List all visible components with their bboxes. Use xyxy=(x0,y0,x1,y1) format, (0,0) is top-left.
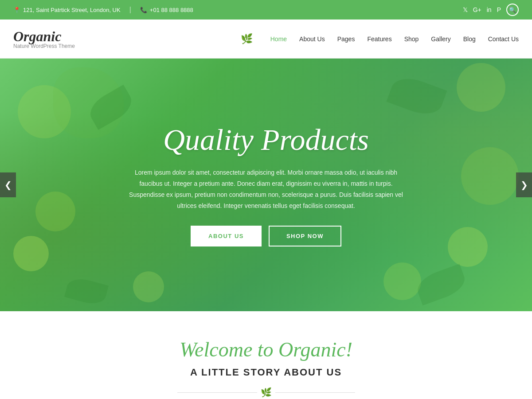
nav-area: 🌿 Home About Us Pages Features Shop Gall… xyxy=(241,33,519,45)
nav-shop[interactable]: Shop xyxy=(404,35,419,43)
phone-icon: 📞 xyxy=(140,7,147,13)
welcome-script-title: Welcome to Organic! xyxy=(13,338,519,361)
hero-content: Quality Products Lorem ipsum dolor sit a… xyxy=(111,123,421,247)
hero-title: Quality Products xyxy=(129,123,403,156)
chevron-right-icon: ❯ xyxy=(520,180,528,190)
welcome-section: Welcome to Organic! A LITTLE STORY ABOUT… xyxy=(0,311,532,399)
nav-home[interactable]: Home xyxy=(270,35,287,43)
divider-line-right xyxy=(275,392,355,393)
divider-leaf-icon: 🌿 xyxy=(261,387,272,398)
linkedin-icon[interactable]: in xyxy=(487,6,492,13)
location-icon: 📍 xyxy=(13,7,20,13)
hero-body-text: Lorem ipsum dolor sit amet, consectetur … xyxy=(129,167,403,212)
top-bar: 📍 121, Saint Patrtick Street, London, UK… xyxy=(0,0,532,20)
pinterest-icon[interactable]: P xyxy=(497,6,501,13)
chevron-left-icon: ❮ xyxy=(4,180,12,190)
divider-line-left xyxy=(177,392,257,393)
hero-slider: ❮ Quality Products Lorem ipsum dolor sit… xyxy=(0,59,532,311)
welcome-subtitle: A LITTLE STORY ABOUT US xyxy=(13,367,519,378)
nav-contact[interactable]: Contact Us xyxy=(488,35,519,43)
address-info: 📍 121, Saint Patrtick Street, London, UK xyxy=(13,7,121,13)
phone-info: 📞 +01 88 888 8888 xyxy=(140,7,193,13)
header: Organic Nature WordPress Theme 🌿 Home Ab… xyxy=(0,20,532,59)
phone-text: +01 88 888 8888 xyxy=(150,7,193,13)
logo-subtitle: Nature WordPress Theme xyxy=(13,43,75,49)
hero-buttons: ABOUT US SHOP NOW xyxy=(129,226,403,246)
logo-text[interactable]: Organic xyxy=(13,28,75,45)
nav-pages[interactable]: Pages xyxy=(337,35,355,43)
slider-next-button[interactable]: ❯ xyxy=(516,172,532,197)
top-bar-left: 📍 121, Saint Patrtick Street, London, UK… xyxy=(13,6,193,14)
nav-leaf-icon: 🌿 xyxy=(241,33,253,45)
about-us-button[interactable]: ABOUT US xyxy=(191,226,262,246)
nav-about[interactable]: About Us xyxy=(299,35,325,43)
logo-area: Organic Nature WordPress Theme xyxy=(13,28,75,49)
nav-links: Home About Us Pages Features Shop Galler… xyxy=(270,35,519,43)
top-bar-right: 𝕏 G+ in P 🔍 xyxy=(463,4,519,16)
divider: | xyxy=(129,6,131,14)
search-button[interactable]: 🔍 xyxy=(506,4,519,16)
search-icon: 🔍 xyxy=(509,7,516,13)
slider-prev-button[interactable]: ❮ xyxy=(0,172,16,197)
address-text: 121, Saint Patrtick Street, London, UK xyxy=(23,7,121,13)
twitter-icon[interactable]: 𝕏 xyxy=(463,6,468,13)
nav-gallery[interactable]: Gallery xyxy=(431,35,450,43)
nav-features[interactable]: Features xyxy=(367,35,391,43)
nav-blog[interactable]: Blog xyxy=(463,35,476,43)
welcome-divider: 🌿 xyxy=(13,387,519,398)
google-plus-icon[interactable]: G+ xyxy=(473,6,481,13)
shop-now-button[interactable]: SHOP NOW xyxy=(269,226,341,246)
